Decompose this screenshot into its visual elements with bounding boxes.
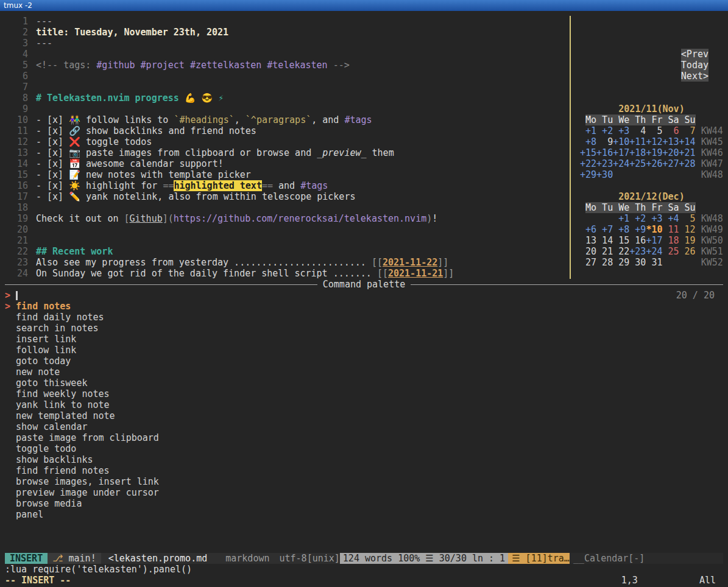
calendar-day[interactable] (679, 169, 696, 180)
editor-line[interactable]: 4 (5, 49, 570, 60)
calendar-day[interactable]: 18 (662, 235, 679, 246)
calendar-day[interactable]: +20 (662, 147, 679, 158)
palette-item[interactable]: search in notes (5, 323, 723, 334)
calendar-day[interactable]: +10 (613, 136, 629, 147)
editor-line[interactable]: 11- [x] 🔗 show backlinks and friend note… (5, 125, 570, 136)
calendar-day[interactable]: +24 (613, 158, 629, 169)
editor-line[interactable]: 22## Recent work (5, 246, 570, 257)
calendar-day[interactable]: 6 (662, 125, 679, 136)
editor-line[interactable]: 9 (5, 104, 570, 114)
calendar-day[interactable]: 16 (629, 235, 646, 246)
editor-line[interactable]: 2title: Tuesday, November 23th, 2021 (5, 27, 570, 38)
calendar-day[interactable]: +21 (679, 147, 696, 158)
calendar-day[interactable]: +26 (646, 158, 662, 169)
calendar-day[interactable]: *10 (646, 224, 662, 235)
calendar-day[interactable]: +30 (596, 169, 613, 180)
calendar-day[interactable]: +9 (629, 224, 646, 235)
editor-line[interactable]: 21 (5, 235, 570, 246)
calendar-day[interactable]: 21 (596, 246, 613, 257)
calendar-day[interactable]: 5 (646, 125, 662, 136)
editor-pane[interactable]: 1---2title: Tuesday, November 23th, 2021… (5, 16, 570, 279)
editor-line[interactable]: 10- [x] 👫 follow links to `#headings`, `… (5, 114, 570, 125)
palette-item[interactable]: panel (5, 509, 723, 520)
calendar-day[interactable]: 26 (679, 246, 696, 257)
palette-item[interactable]: toggle todo (5, 443, 723, 454)
calendar-day[interactable]: +15 (580, 147, 596, 158)
calendar-day[interactable]: 7 (679, 125, 696, 136)
palette-item[interactable]: find friend notes (5, 465, 723, 476)
editor-line[interactable]: 18 (5, 202, 570, 213)
calendar-day[interactable]: +25 (629, 158, 646, 169)
palette-item[interactable]: find weekly notes (5, 388, 723, 399)
editor-line[interactable]: 1--- (5, 16, 570, 27)
calendar-day[interactable] (679, 257, 696, 268)
editor-line[interactable]: 8# Telekasten.nvim progress 💪 😎 ⚡ (5, 93, 570, 104)
calendar-day[interactable] (662, 257, 679, 268)
calendar-day[interactable]: +27 (662, 158, 679, 169)
calendar-day[interactable]: +2 (629, 213, 646, 224)
calendar-day[interactable]: 27 (580, 257, 596, 268)
calendar-day[interactable]: 12 (679, 224, 696, 235)
palette-item[interactable]: browse images, insert link (5, 476, 723, 487)
calendar-today-button[interactable]: Today (681, 60, 709, 71)
calendar-day[interactable] (629, 169, 646, 180)
calendar-day[interactable]: 15 (613, 235, 629, 246)
palette-item-selected[interactable]: > find notes (5, 301, 723, 312)
calendar-day[interactable]: 22 (613, 246, 629, 257)
palette-item[interactable]: show calendar (5, 421, 723, 432)
calendar-day[interactable]: 14 (596, 235, 613, 246)
calendar-day[interactable]: +22 (580, 158, 596, 169)
editor-line[interactable]: 15- [x] 📝 new notes with template picker (5, 169, 570, 180)
palette-item[interactable]: paste image from clipboard (5, 432, 723, 443)
command-line[interactable]: :lua require('telekasten').panel() (5, 564, 723, 575)
calendar-day[interactable] (580, 213, 596, 224)
editor-line[interactable]: 16- [x] ☀️ highlight for ==highlighted t… (5, 180, 570, 191)
editor-line[interactable]: 20 (5, 224, 570, 235)
calendar-day[interactable]: 20 (580, 246, 596, 257)
editor-line[interactable]: 14- [x] 📅 awesome calendar support! (5, 158, 570, 169)
calendar-day[interactable]: +3 (613, 125, 629, 136)
calendar-day[interactable]: +19 (646, 147, 662, 158)
calendar-day[interactable]: +12 (646, 136, 662, 147)
palette-item[interactable]: goto today (5, 356, 723, 367)
calendar-day[interactable]: 28 (596, 257, 613, 268)
calendar-day[interactable]: +8 (580, 136, 596, 147)
editor-line[interactable]: 19Check it out on [Github](https://githu… (5, 213, 570, 224)
palette-item[interactable]: new templated note (5, 410, 723, 421)
editor-line[interactable]: 13- [x] 📷 paste images from clipboard or… (5, 147, 570, 158)
calendar-day[interactable]: 5 (679, 213, 696, 224)
calendar-day[interactable]: +17 (646, 235, 662, 246)
palette-prompt-input[interactable]: > 20 / 20 (5, 290, 723, 301)
calendar-day[interactable] (662, 169, 679, 180)
calendar-day[interactable] (596, 213, 613, 224)
calendar-day[interactable]: +4 (662, 213, 679, 224)
editor-line[interactable]: 6 (5, 71, 570, 82)
calendar-day[interactable]: 31 (646, 257, 662, 268)
calendar-prev-button[interactable]: <Prev (681, 49, 709, 60)
calendar-day[interactable]: +23 (596, 158, 613, 169)
editor-line[interactable]: 12- [x] ❌ toggle todos (5, 136, 570, 147)
calendar-day[interactable]: +1 (613, 213, 629, 224)
calendar-day[interactable]: +7 (596, 224, 613, 235)
editor-line[interactable]: 24On Sunday we got rid of the daily find… (5, 268, 570, 279)
calendar-day[interactable]: 9 (596, 136, 613, 147)
palette-item[interactable]: goto thisweek (5, 378, 723, 388)
calendar-day[interactable]: 25 (662, 246, 679, 257)
calendar-day[interactable]: +14 (679, 136, 696, 147)
calendar-day[interactable]: +16 (596, 147, 613, 158)
editor-line[interactable]: 3--- (5, 38, 570, 49)
calendar-day[interactable]: +18 (629, 147, 646, 158)
palette-item[interactable]: browse media (5, 498, 723, 509)
calendar-day[interactable]: +2 (596, 125, 613, 136)
calendar-pane[interactable]: <Prev Today Next> 2021/11(Nov) Mo Tu We … (570, 16, 723, 279)
calendar-day[interactable]: +13 (662, 136, 679, 147)
editor-line[interactable]: 17- [x] ✏️ yank notelink, also from with… (5, 191, 570, 202)
calendar-day[interactable]: +29 (580, 169, 596, 180)
calendar-day[interactable]: 19 (679, 235, 696, 246)
calendar-day[interactable]: +23 (629, 246, 646, 257)
calendar-day[interactable] (646, 169, 662, 180)
calendar-day[interactable]: +11 (629, 136, 646, 147)
calendar-day[interactable] (613, 169, 629, 180)
calendar-day[interactable]: +1 (580, 125, 596, 136)
calendar-day[interactable]: +17 (613, 147, 629, 158)
